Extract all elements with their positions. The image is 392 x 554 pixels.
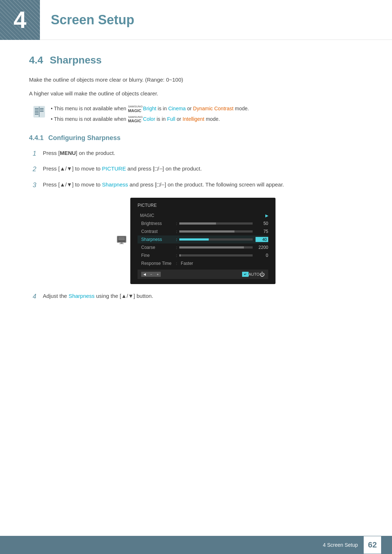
- menu-row-sharpness: Sharpness : 40: [138, 235, 268, 243]
- sharpness-label-screen: Sharpness: [138, 237, 174, 242]
- note-line-2: • This menu is not available when SAMSUN…: [51, 115, 249, 123]
- svg-rect-9: [40, 111, 44, 112]
- monitor-screen: PICTURE MAGIC ▶ Brightness :: [130, 198, 275, 284]
- svg-rect-7: [40, 108, 44, 109]
- page-header: 4 Screen Setup: [0, 0, 392, 40]
- sharpness-track: [179, 238, 253, 241]
- power-btn: ⏻: [260, 271, 265, 277]
- magic-label: MAGIC: [138, 213, 174, 218]
- contrast-track: [179, 230, 253, 233]
- sharpness-highlight-step3: Sharpness: [102, 181, 128, 188]
- intelligent-highlight: Intelligent: [183, 116, 204, 122]
- cinema-highlight: Cinema: [168, 106, 185, 111]
- svg-rect-2: [35, 110, 38, 110]
- sep3: :: [176, 237, 177, 242]
- full-highlight: Full: [167, 116, 175, 122]
- step-4-number: 4: [33, 291, 43, 302]
- section-heading: 4.4 Sharpness: [29, 54, 363, 66]
- nav-minus-btn: －: [148, 272, 154, 277]
- menu-row-response: Response Time : Faster: [138, 259, 268, 267]
- subsection-heading: 4.4.1 Configuring Sharpness: [29, 134, 363, 142]
- step-3-number: 3: [33, 180, 43, 191]
- screen-container: PICTURE MAGIC ▶ Brightness :: [43, 198, 363, 284]
- step-3-text: Press [▲/▼] to move to Sharpness and pre…: [43, 180, 363, 189]
- fine-value: 0: [256, 253, 268, 258]
- sep2: :: [176, 229, 177, 234]
- menu-row-fine: Fine : 0: [138, 251, 268, 259]
- response-value: Faster: [181, 261, 193, 266]
- svg-rect-3: [35, 111, 38, 112]
- left-arrow-icon: ◀: [141, 272, 148, 277]
- step-2: 2 Press [▲/▼] to move to PICTURE and pre…: [33, 164, 363, 175]
- contrast-fill: [179, 230, 234, 233]
- brightness-label: Brightness: [138, 221, 174, 226]
- response-label: Response Time: [138, 261, 174, 266]
- coarse-label: Coarse: [138, 245, 174, 250]
- fine-track: [179, 254, 253, 257]
- contrast-value: 75: [256, 229, 268, 234]
- sharpness-highlight-step4: Sharpness: [69, 293, 95, 299]
- samsung-magic-color-brand: SAMSUNGMAGIC: [128, 116, 143, 123]
- svg-rect-13: [118, 238, 125, 239]
- menu-row-coarse: Coarse : 2200: [138, 243, 268, 251]
- fine-fill: [179, 254, 181, 257]
- steps-list: 1 Press [MENU] on the product. 2 Press […: [33, 148, 363, 302]
- fine-label: Fine: [138, 253, 174, 258]
- step-4-text: Adjust the Sharpness using the [▲/▼] but…: [43, 291, 363, 301]
- color-highlight: Color: [143, 116, 155, 122]
- step-4: 4 Adjust the Sharpness using the [▲/▼] b…: [33, 291, 363, 302]
- sep1: :: [176, 221, 177, 226]
- contrast-label: Contrast: [138, 229, 174, 234]
- brightness-value: 50: [256, 221, 268, 226]
- coarse-fill: [179, 246, 244, 249]
- sep4: :: [176, 245, 177, 250]
- enter-key-icon2: □/⎓: [156, 181, 164, 188]
- sharpness-fill: [179, 238, 209, 241]
- nav-plus-btn: ＋: [154, 272, 161, 277]
- samsung-magic-bright-brand: SAMSUNGMAGIC: [128, 105, 143, 113]
- svg-rect-5: [35, 114, 38, 115]
- note-icon: [33, 105, 46, 118]
- menu-row-contrast: Contrast : 75: [138, 227, 268, 235]
- enter-btn: ↵: [242, 272, 249, 277]
- svg-rect-14: [118, 239, 125, 240]
- brightness-fill: [179, 222, 216, 225]
- svg-rect-8: [40, 110, 44, 110]
- svg-rect-15: [121, 242, 123, 243]
- enter-icon: ↵: [242, 272, 249, 277]
- step-1: 1 Press [MENU] on the product.: [33, 148, 363, 159]
- picture-highlight: PICTURE: [102, 165, 126, 172]
- svg-rect-16: [119, 243, 124, 244]
- section-title: Sharpness: [50, 54, 102, 66]
- chapter-number: 4: [13, 7, 26, 33]
- note-box: • This menu is not available when SAMSUN…: [33, 104, 363, 123]
- step-1-text: Press [MENU] on the product.: [43, 148, 363, 158]
- main-content: 4.4 Sharpness Make the outline of object…: [0, 40, 392, 336]
- description1: Make the outline of objects more clear o…: [29, 75, 363, 85]
- footer-chapter-label: 4 Screen Setup: [323, 542, 358, 548]
- menu-row-magic: MAGIC ▶: [138, 212, 268, 219]
- step-2-number: 2: [33, 164, 43, 175]
- screen-wrapper: PICTURE MAGIC ▶ Brightness :: [130, 198, 275, 284]
- enter-key-icon: □/⎓: [154, 165, 162, 172]
- note-line-1: • This menu is not available when SAMSUN…: [51, 104, 249, 113]
- menu-key: MENU: [60, 150, 76, 156]
- bright-highlight: Bright: [143, 106, 156, 111]
- minus-icon: －: [148, 272, 154, 277]
- section-number: 4.4: [29, 54, 43, 66]
- subsection-number: 4.4.1: [29, 134, 44, 141]
- sharpness-value-screen: 40: [256, 237, 268, 242]
- chapter-number-block: 4: [0, 0, 40, 40]
- svg-rect-4: [35, 112, 38, 113]
- description2: A higher value will make the outline of …: [29, 89, 363, 98]
- dynamic-contrast-highlight: Dynamic Contrast: [193, 106, 233, 111]
- chapter-title: Screen Setup: [51, 12, 134, 28]
- screen-picture-label: PICTURE: [138, 203, 268, 208]
- page-number: 62: [364, 536, 381, 554]
- power-icon: ⏻: [260, 271, 265, 277]
- nav-left-btn: ◀: [141, 272, 148, 277]
- note-lines: • This menu is not available when SAMSUN…: [51, 104, 249, 123]
- subsection-title: Configuring Sharpness: [48, 134, 121, 141]
- auto-btn: AUTO: [249, 272, 260, 276]
- magic-arrow: ▶: [265, 213, 268, 218]
